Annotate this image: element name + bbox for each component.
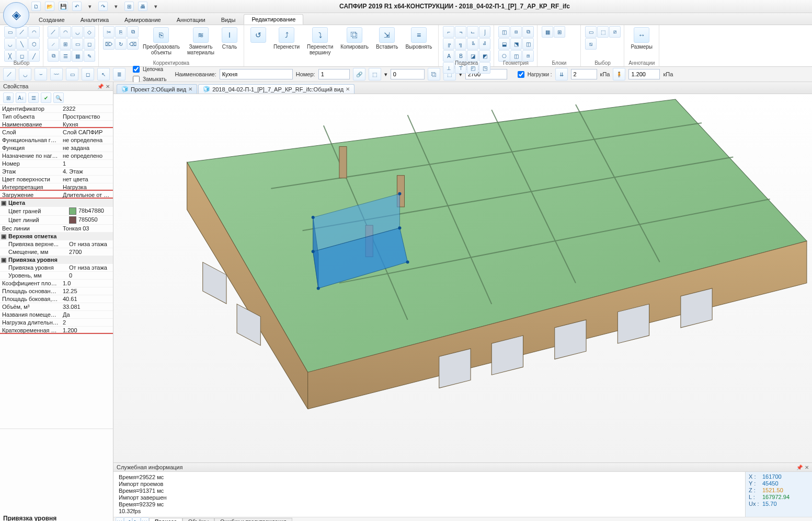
property-value[interactable]: От низа этажа xyxy=(67,264,113,271)
ribbon-small-button[interactable]: ⬓ xyxy=(498,38,510,50)
ribbon-tab[interactable]: Виды xyxy=(214,15,243,25)
ribbon-small-button[interactable]: ↻ xyxy=(115,38,127,50)
log-nav-prev-icon[interactable]: ◀ xyxy=(124,517,132,521)
box-icon[interactable]: ⬚ xyxy=(369,68,381,80)
name-input[interactable] xyxy=(220,69,293,79)
qat-print-icon[interactable]: 🖶 xyxy=(138,2,147,11)
load-long-input[interactable] xyxy=(571,69,597,79)
property-value[interactable]: Да xyxy=(61,311,113,318)
property-row[interactable]: Цвет линий785050 xyxy=(0,216,113,225)
property-value[interactable]: Кухня xyxy=(61,121,113,128)
log-tab[interactable]: Ошибки и предупреждения xyxy=(214,518,292,521)
property-value[interactable]: 1.200 xyxy=(61,327,113,334)
ribbon-small-button[interactable]: ◫ xyxy=(522,38,534,50)
ribbon-tab[interactable]: Аннотации xyxy=(169,15,213,25)
prop-az-icon[interactable]: A↓ xyxy=(16,92,26,103)
property-value[interactable]: Тонкая 03 xyxy=(61,225,113,232)
close-icon[interactable]: ✕ xyxy=(188,86,192,92)
log-nav-last-icon[interactable]: ⏭ xyxy=(141,517,149,521)
property-row[interactable]: СлойСлой САПФИР xyxy=(0,129,113,136)
prop-cat-icon[interactable]: ⊞ xyxy=(3,92,14,103)
qat-redo-dd-icon[interactable]: ▾ xyxy=(112,2,120,10)
property-row[interactable]: ЗагружениеДлительное от поме... xyxy=(0,191,113,199)
load-short-input[interactable] xyxy=(628,69,660,79)
log-nav-next-icon[interactable]: ▶ xyxy=(132,517,141,521)
ribbon-small-button[interactable]: ⧉ xyxy=(48,50,59,62)
pin-icon[interactable]: 📌 xyxy=(97,84,104,89)
log-messages[interactable]: Время=29522 мсИмпорт проемовВремя=91371 … xyxy=(113,472,745,517)
ribbon-small-button[interactable]: ⬚ xyxy=(597,26,609,38)
property-value[interactable]: Слой САПФИР xyxy=(61,129,113,136)
property-row[interactable]: Смещение, мм2700 xyxy=(0,248,113,256)
viewport-3d[interactable] xyxy=(113,94,812,462)
property-row[interactable]: Площадь боковая, м²40.61 xyxy=(0,295,113,303)
height-input[interactable] xyxy=(391,69,425,79)
property-row[interactable]: Номер1 xyxy=(0,160,113,168)
ribbon-big-button[interactable]: ≡Выровнять xyxy=(403,26,434,51)
property-value[interactable]: 2322 xyxy=(61,105,113,112)
property-row[interactable]: НаименованиеКухня xyxy=(0,121,113,129)
ribbon-big-button[interactable]: ⤵Перенестивершину xyxy=(305,26,335,56)
ribbon-big-button[interactable]: ⤴Перенести xyxy=(271,26,302,51)
property-value[interactable]: 2700 xyxy=(67,248,113,256)
close-panel-icon[interactable]: ✕ xyxy=(805,465,809,470)
property-value[interactable]: 4. Этаж xyxy=(61,168,113,175)
ribbon-small-button[interactable]: ☰ xyxy=(60,50,71,62)
ribbon-small-button[interactable]: ▭ xyxy=(72,38,83,50)
ribbon-small-button[interactable]: ╚ xyxy=(467,38,478,50)
ribbon-small-button[interactable]: ⌦ xyxy=(103,38,115,50)
property-value[interactable]: 1.0 xyxy=(61,280,113,287)
ribbon-small-button[interactable]: ⬡ xyxy=(28,38,40,50)
property-row[interactable]: Кратковременная н...1.200 xyxy=(0,327,113,334)
ribbon-tab[interactable]: Редактирование xyxy=(244,14,303,25)
ribbon-small-button[interactable]: ◡ xyxy=(72,26,83,38)
property-value[interactable]: не определена xyxy=(61,136,113,144)
qat-new-icon[interactable]: 🗋 xyxy=(31,2,41,11)
ribbon-small-button[interactable]: ╗ xyxy=(455,38,466,50)
close-icon[interactable]: ✕ xyxy=(346,86,350,92)
ribbon-small-button[interactable]: ╝ xyxy=(479,38,490,50)
property-value[interactable]: 33.081 xyxy=(61,303,113,310)
qat-open-icon[interactable]: 📂 xyxy=(45,2,54,11)
ribbon-tab[interactable]: Армирование xyxy=(117,15,168,25)
dd1-icon[interactable]: ▾ xyxy=(384,71,387,78)
qat-more-icon[interactable]: ▾ xyxy=(152,2,160,10)
spline-tool-icon[interactable]: 〰 xyxy=(50,68,63,80)
ribbon-small-button[interactable]: ▦ xyxy=(542,26,553,38)
log-nav-first-icon[interactable]: ⏮ xyxy=(116,517,124,521)
arc-tool-icon[interactable]: ◡ xyxy=(19,68,31,80)
ribbon-big-button[interactable]: ⇲Вставить xyxy=(374,26,400,51)
ribbon-small-button[interactable]: ⧈ xyxy=(510,26,522,38)
ribbon-small-button[interactable]: ⌙ xyxy=(467,26,478,38)
property-row[interactable]: Цвет граней78b47880 xyxy=(0,207,113,216)
number-input[interactable] xyxy=(318,69,350,79)
ribbon-small-button[interactable]: ◠ xyxy=(28,26,40,38)
ribbon-tab[interactable]: Аналитика xyxy=(73,15,116,25)
copy-icon[interactable]: ⿻ xyxy=(428,68,440,80)
ribbon-big-button[interactable]: ≋Заменитьматериалы xyxy=(185,26,216,56)
chain-checkbox[interactable] xyxy=(133,66,140,73)
property-value[interactable]: Нагрузка xyxy=(61,183,113,191)
property-value[interactable]: 785050 xyxy=(67,216,113,224)
ribbon-small-button[interactable]: ⧉ xyxy=(127,26,139,38)
link-icon[interactable]: 🔗 xyxy=(353,68,365,80)
ribbon-small-button[interactable]: ⟋ xyxy=(48,38,59,50)
pin-icon[interactable]: 📌 xyxy=(796,465,803,470)
property-row[interactable]: Цвет поверхностинет цвета xyxy=(0,176,113,183)
qat-grid-icon[interactable]: ⊞ xyxy=(124,2,134,11)
load-short-icon[interactable]: 🧍 xyxy=(613,68,625,80)
load-long-icon[interactable]: ⇊ xyxy=(555,68,568,80)
ribbon-small-button[interactable]: ◠ xyxy=(60,26,71,38)
property-row[interactable]: Привязка верхне...От низа этажа xyxy=(0,240,113,248)
property-row[interactable]: Тип объектаПространство xyxy=(0,113,113,121)
rect-tool-icon[interactable]: ▭ xyxy=(66,68,78,80)
pick-tool-icon[interactable]: ↖ xyxy=(97,68,110,80)
ribbon-small-button[interactable]: ⌡ xyxy=(479,26,490,38)
property-value[interactable]: От низа этажа xyxy=(67,240,113,248)
qat-undo-dd-icon[interactable]: ▾ xyxy=(86,2,94,10)
line-tool-icon[interactable]: ／ xyxy=(3,68,16,80)
property-value[interactable]: 0 xyxy=(67,272,113,279)
ribbon-small-button[interactable]: ╔ xyxy=(443,38,454,50)
ribbon-small-button[interactable]: ¬ xyxy=(455,26,466,38)
ribbon-big-button[interactable]: ↔Размеры xyxy=(628,26,655,51)
